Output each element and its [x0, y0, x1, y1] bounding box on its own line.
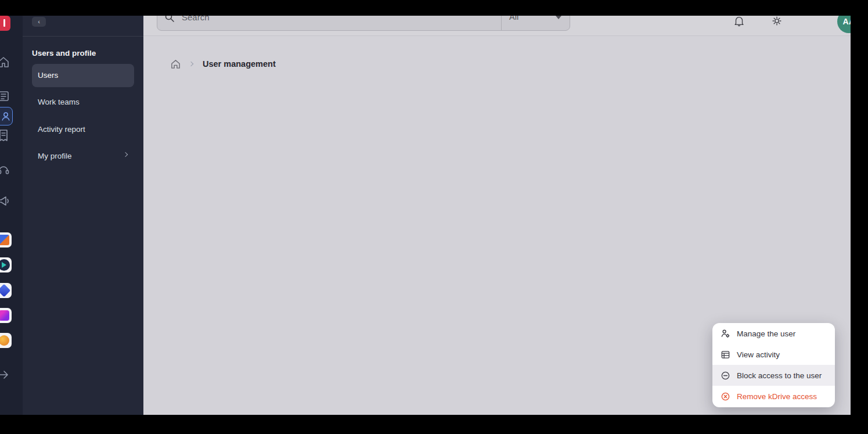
- letterbox-bottom: [0, 415, 868, 434]
- sidebar-divider: [23, 36, 143, 37]
- menu-item-remove-access[interactable]: Remove kDrive access: [712, 386, 835, 407]
- sidebar-item-work-teams[interactable]: Work teams: [32, 91, 134, 114]
- menu-item-block-access[interactable]: Block access to the user: [712, 365, 835, 386]
- news-icon[interactable]: [0, 89, 10, 103]
- users-rail-item[interactable]: [0, 107, 13, 125]
- sidebar: ‹ Users and profile Users Work teams Act…: [23, 0, 143, 415]
- letterbox-right: [851, 0, 868, 434]
- menu-item-manage-user[interactable]: Manage the user: [712, 323, 835, 344]
- ksuite-app-icon[interactable]: [0, 232, 12, 248]
- app-window: ‹ Users and profile Users Work teams Act…: [0, 0, 868, 434]
- breadcrumb-home-icon[interactable]: [170, 59, 181, 70]
- notifications-bell-icon[interactable]: [733, 15, 745, 27]
- megaphone-icon[interactable]: [0, 194, 10, 208]
- invoice-icon[interactable]: [0, 128, 10, 142]
- sidebar-item-users[interactable]: Users: [32, 64, 134, 87]
- expand-rail-icon[interactable]: [0, 368, 10, 382]
- kdrive-app-icon[interactable]: [0, 283, 12, 298]
- chevron-right-icon: [123, 152, 128, 157]
- caret-down-icon: [556, 16, 561, 19]
- menu-item-view-activity[interactable]: View activity: [712, 344, 835, 365]
- activity-icon: [721, 350, 730, 360]
- infomaniak-logo[interactable]: [0, 16, 10, 31]
- sidebar-item-my-profile[interactable]: My profile: [32, 145, 134, 168]
- kmeet-app-icon[interactable]: [0, 257, 12, 272]
- letterbox-top: [0, 0, 868, 16]
- row-context-menu: Manage the user View activity Block acce…: [712, 323, 835, 407]
- sidebar-item-activity-report[interactable]: Activity report: [32, 118, 134, 141]
- block-icon: [721, 371, 730, 381]
- mail-app-icon[interactable]: [0, 333, 12, 348]
- remove-icon: [721, 392, 730, 401]
- user-icon: [0, 110, 12, 123]
- kchat-app-icon[interactable]: [0, 308, 12, 323]
- support-icon[interactable]: [0, 163, 10, 177]
- product-rail: [0, 0, 23, 415]
- settings-gear-icon[interactable]: [770, 15, 783, 27]
- breadcrumb-title: User management: [203, 59, 276, 69]
- manage-user-icon: [721, 329, 730, 339]
- home-icon[interactable]: [0, 55, 10, 69]
- sidebar-collapse-button[interactable]: ‹: [32, 17, 46, 27]
- breadcrumb-separator-icon: [189, 62, 193, 66]
- sidebar-section-title: Users and profile: [32, 49, 96, 58]
